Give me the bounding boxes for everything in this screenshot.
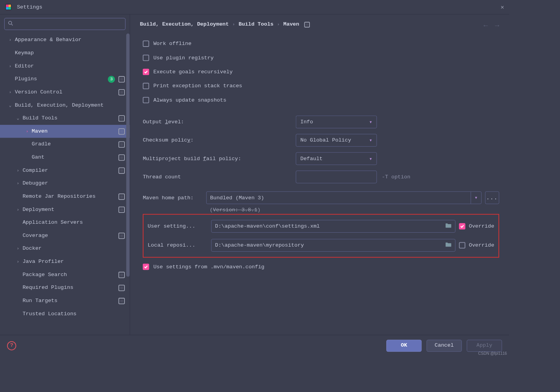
svg-rect-3 [6,7,8,9]
chevron-right-icon: › [277,22,280,27]
sidebar-item-application-servers[interactable]: ›Application Servers [0,216,130,229]
breadcrumb-part[interactable]: Maven [283,21,299,27]
sidebar-item-editor[interactable]: ›Editor [0,60,130,73]
sidebar-item-maven[interactable]: ›Maven [0,125,130,138]
sidebar-item-label: Plugins [15,76,108,82]
sidebar-item-required-plugins[interactable]: ›Required Plugins [0,281,130,294]
sidebar-item-label: Keymap [15,50,125,56]
sidebar-item-deployment[interactable]: ›Deployment [0,203,130,216]
chevron-down-icon: ⌄ [16,116,21,121]
local-repo-label: Local reposi... [148,242,208,248]
settings-sidebar: ›Appearance & Behavior›Keymap›Editor›Plu… [0,14,130,335]
use-plugin-registry-checkbox[interactable] [143,55,149,61]
settings-tree[interactable]: ›Appearance & Behavior›Keymap›Editor›Plu… [0,33,130,335]
folder-icon[interactable] [445,223,451,230]
sidebar-item-label: Application Servers [22,219,125,225]
sidebar-item-label: Compiler [22,168,118,173]
sidebar-item-coverage[interactable]: ›Coverage [0,229,130,242]
project-scope-icon [118,206,124,212]
chevron-down-icon: ▾ [369,155,372,162]
sidebar-item-trusted-locations[interactable]: ›Trusted Locations [0,307,130,321]
maven-home-select[interactable]: Bundled (Maven 3) ▾ [206,192,482,204]
checkbox-label[interactable]: Execute goals recursively [153,69,233,75]
chevron-right-icon: › [8,64,13,69]
thread-count-input[interactable] [296,171,377,183]
sidebar-item-compiler[interactable]: ›Compiler [0,164,130,177]
override-label[interactable]: Override [469,242,494,248]
sidebar-item-java-profiler[interactable]: ›Java Profiler [0,255,130,268]
checkbox-label[interactable]: Print exception stack traces [153,83,242,89]
project-scope-icon [304,22,310,28]
close-icon[interactable]: ✕ [501,3,504,10]
svg-rect-1 [6,5,8,7]
folder-icon[interactable] [445,242,451,249]
update-count-badge: 3 [108,76,115,83]
sidebar-item-remote-jar-repositories[interactable]: ›Remote Jar Repositories [0,190,130,203]
checkbox-label[interactable]: Always update snapshots [153,97,226,103]
sidebar-item-keymap[interactable]: ›Keymap [0,47,130,60]
chevron-right-icon: › [16,246,21,251]
chevron-right-icon: › [8,90,13,95]
search-input[interactable] [4,18,126,30]
breadcrumb-part[interactable]: Build Tools [239,21,273,27]
use-mvn-config-checkbox[interactable] [143,264,149,270]
sidebar-item-label: Maven [32,128,119,134]
project-scope-icon [118,232,124,238]
override-label[interactable]: Override [469,223,494,229]
sidebar-item-label: Package Search [22,272,118,278]
help-icon[interactable]: ? [7,341,16,350]
print-stack-traces-checkbox[interactable] [143,83,149,89]
project-scope-icon [118,141,124,147]
select-value: No Global Policy [300,137,351,143]
breadcrumb: Build, Execution, Deployment › Build Too… [140,21,499,27]
project-scope-icon [118,167,124,173]
sidebar-item-gradle[interactable]: ›Gradle [0,138,130,151]
sidebar-item-label: Remote Jar Repositories [22,193,118,199]
sidebar-item-label: Required Plugins [22,285,118,290]
checkbox-label[interactable]: Use plugin registry [153,55,213,60]
sidebar-item-label: Version Control [15,89,118,95]
svg-rect-4 [9,7,11,9]
settings-content: ← → Build, Execution, Deployment › Build… [130,14,509,335]
fail-policy-label: Multiproject build fail policy: [143,155,291,161]
fail-policy-select[interactable]: Default ▾ [296,152,377,165]
sidebar-item-plugins[interactable]: ›Plugins3 [0,73,130,86]
title-bar: Settings ✕ [0,0,509,14]
chevron-right-icon: › [8,38,13,43]
local-repo-override-checkbox[interactable] [459,242,465,248]
cancel-button[interactable]: Cancel [427,340,462,352]
ok-button[interactable]: OK [386,340,422,352]
checksum-policy-label: Checksum policy: [143,137,291,143]
sidebar-item-build-tools[interactable]: ⌄Build Tools [0,112,130,125]
user-settings-override-checkbox[interactable] [459,223,465,229]
nav-back-icon[interactable]: ← [484,21,488,29]
sidebar-item-gant[interactable]: ›Gant [0,151,130,164]
local-repo-input[interactable] [211,239,455,252]
sidebar-item-label: Gant [32,154,119,160]
svg-point-5 [9,21,12,24]
output-level-select[interactable]: Info ▾ [296,116,377,128]
work-offline-checkbox[interactable] [143,41,149,47]
checkbox-label[interactable]: Work offline [153,41,191,47]
chevron-right-icon: › [16,168,21,173]
sidebar-item-package-search[interactable]: ›Package Search [0,268,130,281]
execute-recursively-checkbox[interactable] [143,69,149,75]
sidebar-item-debugger[interactable]: ›Debugger [0,177,130,190]
sidebar-item-label: Deployment [22,207,118,212]
checksum-policy-select[interactable]: No Global Policy ▾ [296,134,377,147]
checkbox-label[interactable]: Use settings from .mvn/maven.config [153,264,264,269]
scrollbar-thumb[interactable] [126,33,130,276]
sidebar-item-appearance-behavior[interactable]: ›Appearance & Behavior [0,33,130,47]
sidebar-item-build-execution-deployment[interactable]: ⌄Build, Execution, Deployment [0,99,130,112]
user-settings-input[interactable] [211,220,455,233]
breadcrumb-part[interactable]: Build, Execution, Deployment [140,21,229,27]
sidebar-item-run-targets[interactable]: ›Run Targets [0,294,130,307]
chevron-down-icon: ⌄ [8,103,13,108]
select-value: Default [300,155,322,161]
nav-forward-icon[interactable]: → [495,21,499,29]
update-snapshots-checkbox[interactable] [143,97,149,103]
maven-home-browse-button[interactable]: ... [485,192,499,204]
sidebar-item-version-control[interactable]: ›Version Control [0,86,130,99]
svg-line-6 [12,24,13,25]
sidebar-item-docker[interactable]: ›Docker [0,242,130,255]
